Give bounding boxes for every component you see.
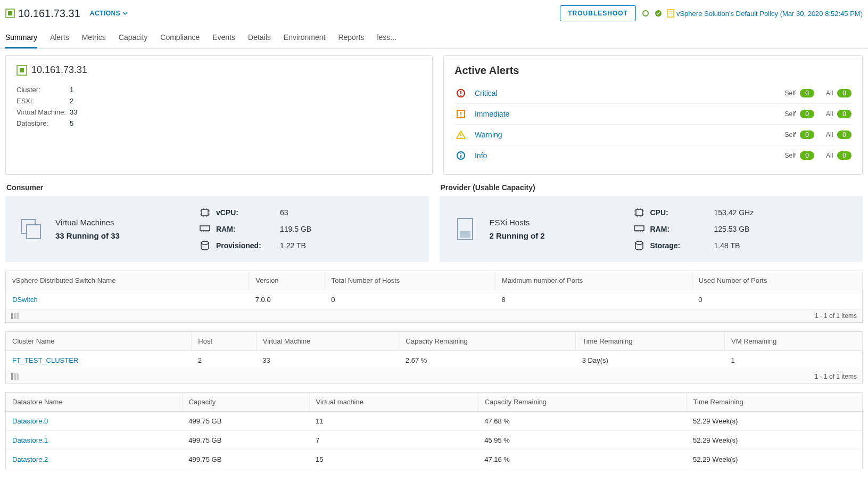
cell[interactable]: Datastore.2 (6, 450, 183, 469)
alert-row-info: InfoSelf0All0 (454, 145, 852, 166)
svg-point-36 (201, 241, 209, 244)
cluster-footer: 1 - 1 of 1 items (815, 373, 857, 380)
cell[interactable]: Datastore.1 (6, 431, 183, 450)
alert-link-critical[interactable]: Critical (475, 89, 785, 97)
svg-point-11 (460, 95, 461, 96)
col-header[interactable]: Version (249, 271, 325, 290)
tab-alerts[interactable]: Alerts (50, 29, 69, 48)
consumer-section: Consumer Virtual Machines 33 Running of … (5, 183, 429, 262)
self-count: 0 (800, 131, 814, 139)
col-header[interactable]: Cluster Name (6, 332, 192, 351)
cell: 0 (692, 290, 862, 309)
svg-point-2 (643, 11, 648, 16)
self-count: 0 (800, 89, 814, 97)
col-header[interactable]: VM Remaining (725, 332, 863, 351)
svg-rect-21 (27, 225, 40, 239)
svg-rect-8 (20, 68, 24, 72)
tab-details[interactable]: Details (248, 29, 271, 48)
ram-icon (199, 225, 211, 233)
page-title: 10.161.73.31 (18, 7, 80, 20)
summary-card: 10.161.73.31 Cluster:1ESXi:2Virtual Mach… (5, 55, 433, 175)
col-header[interactable]: Capacity Remaining (399, 332, 576, 351)
badge-icon-2 (654, 9, 663, 18)
svg-rect-56 (16, 313, 19, 319)
col-header[interactable]: Host (192, 332, 256, 351)
summary-row: Cluster:1 (16, 84, 421, 95)
cluster-table-wrap: Cluster NameHostVirtual MachineCapacity … (5, 331, 863, 384)
alert-critical-icon (454, 88, 467, 98)
cell: 499.75 GB (182, 431, 309, 450)
col-header[interactable]: Virtual Machine (256, 332, 399, 351)
tab-less[interactable]: less... (377, 29, 396, 48)
cell[interactable]: DSwitch (6, 290, 249, 309)
svg-point-18 (460, 153, 461, 154)
badge-icon-1 (641, 9, 650, 18)
cell: 47.68 % (478, 412, 687, 431)
tab-compliance[interactable]: Compliance (160, 29, 200, 48)
col-header[interactable]: Datastore Name (6, 393, 183, 412)
col-header[interactable]: Virtual machine (309, 393, 478, 412)
all-count: 0 (837, 131, 852, 139)
disk-icon (199, 241, 211, 250)
datastore-table-wrap: Datastore NameCapacityVirtual machineCap… (5, 392, 863, 469)
provider-main-title: ESXi Hosts (490, 218, 628, 227)
alert-row-critical: CriticalSelf0All0 (454, 83, 852, 103)
switch-table: vSphere Distributed Switch NameVersionTo… (5, 271, 863, 309)
tab-events[interactable]: Events (212, 29, 235, 48)
col-header[interactable]: Capacity (182, 393, 309, 412)
alerts-title: Active Alerts (454, 64, 852, 77)
tab-environment[interactable]: Environment (284, 29, 326, 48)
cell: 7 (309, 431, 478, 450)
tab-metrics[interactable]: Metrics (82, 29, 106, 48)
alert-row-immediate: ImmediateSelf0All0 (454, 103, 852, 124)
cell: 499.75 GB (182, 450, 309, 469)
tab-reports[interactable]: Reports (338, 29, 364, 48)
all-count: 0 (837, 110, 852, 118)
spec-row: Storage:1.48 TB (633, 241, 850, 250)
col-header[interactable]: Total Number of Hosts (325, 271, 495, 290)
svg-rect-48 (634, 226, 644, 231)
cell: 11 (309, 412, 478, 431)
self-count: 0 (800, 151, 814, 160)
col-header[interactable]: Capacity Remaining (478, 393, 687, 412)
alert-link-info[interactable]: Info (475, 151, 785, 160)
actions-dropdown[interactable]: ACTIONS (90, 10, 128, 17)
table-row: DSwitch7.0.0080 (6, 290, 863, 309)
svg-rect-31 (200, 226, 210, 231)
svg-rect-22 (202, 209, 208, 216)
col-header[interactable]: Time Remaining (687, 393, 862, 412)
spec-row: Provisioned:1.22 TB (199, 241, 416, 250)
col-header[interactable]: Used Number of Ports (692, 271, 862, 290)
provider-main-sub: 2 Running of 2 (490, 231, 628, 240)
table-row: FT_TEST_CLUSTER2332.67 %3 Day(s)1 (6, 351, 863, 370)
tab-bar: SummaryAlertsMetricsCapacityComplianceEv… (0, 29, 868, 49)
policy-link[interactable]: vSphere Solution's Default Policy (Mar 3… (667, 9, 863, 18)
col-header[interactable]: Maximum number of Ports (495, 271, 692, 290)
alert-link-warning[interactable]: Warning (475, 131, 785, 139)
vcenter-icon (16, 65, 27, 76)
alert-row-warning: WarningSelf0All0 (454, 124, 852, 145)
col-header[interactable]: vSphere Distributed Switch Name (6, 271, 249, 290)
alert-immediate-icon (454, 109, 467, 119)
tab-capacity[interactable]: Capacity (119, 29, 147, 48)
cell[interactable]: Datastore.0 (6, 412, 183, 431)
table-row: Datastore.2499.75 GB1547.16 %52.29 Week(… (6, 450, 863, 469)
cell: 499.75 GB (182, 412, 309, 431)
cell: 52.29 Week(s) (687, 431, 862, 450)
spec-row: CPU:153.42 GHz (633, 208, 850, 217)
cell: 52.29 Week(s) (687, 412, 862, 431)
cell: 52.29 Week(s) (687, 450, 862, 469)
datastore-table: Datastore NameCapacityVirtual machineCap… (5, 392, 863, 469)
provider-section: Provider (Usable Capacity) ESXi Hosts 2 … (440, 183, 863, 262)
cell[interactable]: FT_TEST_CLUSTER (6, 351, 192, 370)
tab-summary[interactable]: Summary (5, 29, 37, 48)
cpu-icon (199, 208, 211, 217)
col-header[interactable]: Time Remaining (576, 332, 725, 351)
columns-icon[interactable] (11, 373, 19, 380)
troubleshoot-button[interactable]: TROUBLESHOOT (560, 5, 636, 21)
summary-row: Virtual Machine:33 (16, 107, 421, 118)
alert-link-immediate[interactable]: Immediate (475, 110, 785, 118)
policy-icon (667, 9, 674, 18)
columns-icon[interactable] (11, 313, 19, 319)
svg-point-53 (635, 241, 643, 244)
